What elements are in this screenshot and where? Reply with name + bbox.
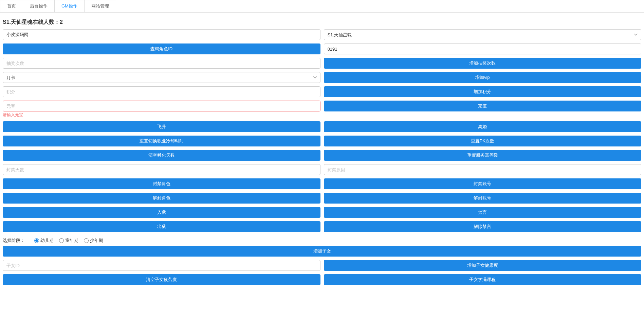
ascend-button[interactable]: 飞升 — [3, 121, 320, 132]
online-count-heading: S1.天仙星魂在线人数：2 — [3, 19, 641, 26]
stage-radio-child-label: 童年期 — [65, 238, 78, 244]
add-vip-button[interactable]: 增加vip — [324, 72, 642, 83]
lottery-count-input[interactable] — [3, 58, 320, 69]
role-id-input[interactable] — [324, 43, 642, 54]
vip-select[interactable]: 月卡 — [3, 72, 320, 83]
jail-button[interactable]: 入狱 — [3, 207, 320, 218]
stage-radio-child[interactable]: 童年期 — [59, 238, 78, 244]
points-input[interactable] — [3, 86, 320, 97]
unjail-button[interactable]: 出狱 — [3, 221, 320, 232]
server-select[interactable]: S1.天仙星魂 — [324, 29, 642, 40]
ban-reason-input[interactable] — [324, 164, 642, 175]
tab-home[interactable]: 首页 — [0, 0, 23, 12]
tab-bar: 首页 后台操作 GM操作 网站管理 — [0, 0, 644, 13]
stage-radio-infant-label: 幼儿期 — [40, 238, 54, 244]
add-lottery-button[interactable]: 增加抽奖次数 — [324, 58, 642, 69]
unban-account-button[interactable]: 解封账号 — [324, 193, 642, 204]
stage-radio-infant[interactable]: 幼儿期 — [34, 238, 54, 244]
stage-radio-youth-label: 少年期 — [90, 238, 103, 244]
divorce-button[interactable]: 离婚 — [324, 121, 642, 132]
add-child-button[interactable]: 增加子女 — [3, 246, 641, 257]
clear-child-fatigue-button[interactable]: 清空子女疲劳度 — [3, 274, 320, 285]
unmute-button[interactable]: 解除禁言 — [324, 221, 642, 232]
account-input[interactable] — [3, 29, 320, 40]
reset-pk-button[interactable]: 重置PK次数 — [324, 136, 642, 146]
add-points-button[interactable]: 增加积分 — [324, 86, 642, 97]
mute-button[interactable]: 禁言 — [324, 207, 642, 218]
query-role-id-button[interactable]: 查询角色ID — [3, 43, 320, 54]
yuanbao-error-text: 请输入元宝 — [3, 112, 320, 118]
tab-site[interactable]: 网站管理 — [84, 0, 116, 12]
tab-backend[interactable]: 后台操作 — [23, 0, 55, 12]
stage-label: 选择阶段： — [3, 238, 25, 244]
recharge-button[interactable]: 充值 — [324, 101, 642, 111]
stage-radio-youth[interactable]: 少年期 — [84, 238, 103, 244]
unban-role-button[interactable]: 解封角色 — [3, 193, 320, 204]
main-content: S1.天仙星魂在线人数：2 S1.天仙星魂 查询角色ID 增加抽奖次数 月卡 — [0, 13, 644, 292]
stage-radio-child-input[interactable] — [59, 238, 64, 243]
reset-server-level-button[interactable]: 重置服务器等级 — [324, 150, 642, 161]
ban-account-button[interactable]: 封禁账号 — [324, 178, 642, 189]
stage-radio-group: 选择阶段： 幼儿期 童年期 少年期 — [3, 235, 641, 246]
stage-radio-youth-input[interactable] — [84, 238, 89, 243]
reset-job-cd-button[interactable]: 重置切换职业冷却时间 — [3, 136, 320, 146]
child-full-course-button[interactable]: 子女学满课程 — [324, 274, 642, 285]
tab-gm[interactable]: GM操作 — [54, 0, 85, 12]
stage-radio-infant-input[interactable] — [34, 238, 39, 243]
clear-hatch-button[interactable]: 清空孵化天数 — [3, 150, 320, 161]
ban-days-input[interactable] — [3, 164, 320, 175]
yuanbao-input[interactable] — [3, 101, 320, 111]
child-id-input[interactable] — [3, 260, 320, 271]
ban-role-button[interactable]: 封禁角色 — [3, 178, 320, 189]
add-child-health-button[interactable]: 增加子女健康度 — [324, 260, 642, 271]
